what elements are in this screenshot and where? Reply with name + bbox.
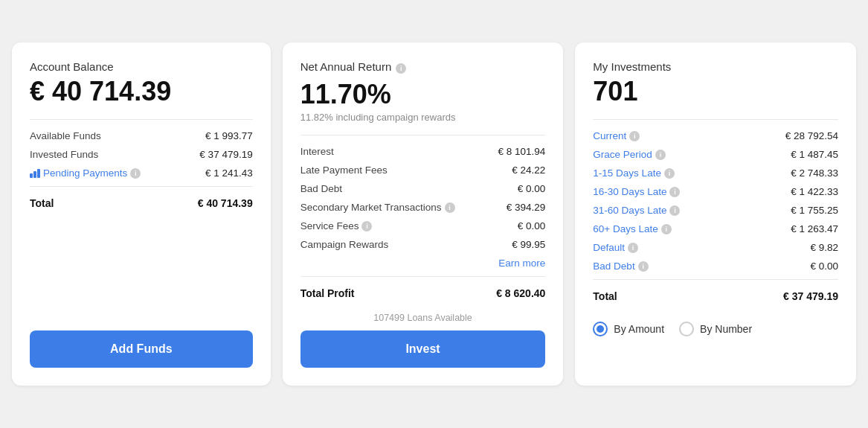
grace-period-row: Grace Period i € 1 487.45 (593, 149, 838, 160)
total-profit-divider (300, 276, 546, 277)
days-late-60-plus-row: 60+ Days Late i € 1 263.47 (593, 223, 838, 234)
campaign-rewards-value: € 99.95 (512, 239, 545, 250)
interest-label: Interest (300, 146, 334, 157)
investments-count: 701 (593, 76, 838, 107)
pending-payments-label[interactable]: Pending Payments i (30, 167, 141, 179)
invested-funds-row: Invested Funds € 37 479.19 (30, 149, 253, 160)
by-amount-radio[interactable] (593, 322, 608, 336)
add-funds-button[interactable]: Add Funds (30, 330, 253, 368)
days-late-60-plus-value: € 1 263.47 (791, 223, 838, 234)
investments-total-row: Total € 37 479.19 (593, 290, 838, 302)
nar-subtitle: 11.82% including campaign rewards (300, 112, 546, 123)
service-fees-label: Service Fees i (300, 220, 373, 231)
investments-total-divider (593, 279, 838, 280)
days-late-1-15-info-icon[interactable]: i (664, 168, 675, 179)
days-late-16-30-label: 16-30 Days Late i (593, 186, 680, 197)
days-late-31-60-value: € 1 755.25 (791, 205, 838, 216)
total-divider (30, 186, 253, 187)
bad-debt-value: € 0.00 (518, 183, 546, 194)
view-toggle-group: By Amount By Number (593, 322, 838, 336)
earn-more-link[interactable]: Earn more (498, 258, 545, 269)
service-fees-row: Service Fees i € 0.00 (300, 220, 546, 231)
nar-divider (300, 135, 546, 135)
grace-period-label: Grace Period i (593, 149, 666, 160)
pending-info-icon[interactable]: i (130, 168, 141, 179)
days-late-1-15-value: € 2 748.33 (791, 167, 838, 179)
days-late-31-60-row: 31-60 Days Late i € 1 755.25 (593, 205, 838, 216)
late-payment-value: € 24.22 (512, 165, 545, 176)
interest-value: € 8 101.94 (498, 146, 546, 157)
loans-available-text: 107499 Loans Available (300, 313, 546, 323)
inv-bad-debt-value: € 0.00 (810, 261, 838, 272)
invested-funds-value: € 37 479.19 (199, 149, 252, 160)
inv-bad-debt-label: Bad Debt i (593, 261, 648, 272)
by-number-radio[interactable] (679, 322, 694, 336)
investments-title: My Investments (593, 60, 838, 73)
secondary-market-value: € 394.29 (507, 202, 546, 213)
account-divider (30, 119, 253, 120)
secondary-market-row: Secondary Market Transactions i € 394.29 (300, 202, 546, 213)
secondary-market-info-icon[interactable]: i (445, 202, 455, 213)
inv-bad-debt-row: Bad Debt i € 0.00 (593, 261, 838, 272)
account-big-value: € 40 714.39 (30, 76, 253, 107)
late-payment-label: Late Payment Fees (300, 165, 388, 176)
days-late-1-15-label: 1-15 Days Late i (593, 167, 675, 179)
pending-payments-value: € 1 241.43 (205, 167, 253, 179)
grace-period-value: € 1 487.45 (791, 149, 838, 160)
default-row: Default i € 9.82 (593, 242, 838, 253)
nar-info-icon[interactable]: i (396, 63, 406, 74)
interest-row: Interest € 8 101.94 (300, 146, 546, 157)
grace-period-info-icon[interactable]: i (655, 150, 666, 160)
by-number-label: By Number (700, 323, 752, 335)
days-late-16-30-info-icon[interactable]: i (669, 187, 680, 197)
days-late-16-30-value: € 1 422.33 (791, 186, 838, 197)
my-investments-card: My Investments 701 Current i € 28 792.54… (575, 42, 856, 386)
days-late-16-30-row: 16-30 Days Late i € 1 422.33 (593, 186, 838, 197)
secondary-market-label: Secondary Market Transactions i (300, 202, 455, 213)
current-label: Current i (593, 130, 640, 141)
total-profit-row: Total Profit € 8 620.40 (300, 287, 546, 299)
bad-debt-row: Bad Debt € 0.00 (300, 183, 546, 194)
bad-debt-label: Bad Debt (300, 183, 342, 194)
by-amount-option[interactable]: By Amount (593, 322, 664, 336)
days-late-60-plus-label: 60+ Days Late i (593, 223, 671, 234)
earn-more-row: Earn more (300, 258, 546, 269)
investments-divider (593, 119, 838, 120)
service-fees-info-icon[interactable]: i (361, 221, 372, 231)
pending-payments-row: Pending Payments i € 1 241.43 (30, 167, 253, 179)
default-label: Default i (593, 242, 638, 253)
available-funds-value: € 1 993.77 (205, 130, 253, 141)
account-total-value: € 40 714.39 (198, 197, 253, 209)
default-value: € 9.82 (810, 242, 838, 253)
nar-title-row: Net Annual Return i (300, 60, 546, 76)
account-total-label: Total (30, 197, 54, 209)
investments-total-label: Total (593, 290, 617, 302)
inv-bad-debt-info-icon[interactable]: i (638, 261, 649, 272)
days-late-60-plus-info-icon[interactable]: i (661, 224, 672, 234)
account-total-row: Total € 40 714.39 (30, 197, 253, 209)
default-info-icon[interactable]: i (628, 243, 638, 253)
total-profit-label: Total Profit (300, 287, 355, 299)
nar-value: 11.70% (300, 79, 546, 110)
late-payment-row: Late Payment Fees € 24.22 (300, 165, 546, 176)
available-funds-row: Available Funds € 1 993.77 (30, 130, 253, 141)
total-profit-value: € 8 620.40 (496, 287, 545, 299)
invested-funds-label: Invested Funds (30, 149, 98, 160)
available-funds-label: Available Funds (30, 130, 101, 141)
days-late-31-60-label: 31-60 Days Late i (593, 205, 680, 216)
campaign-rewards-row: Campaign Rewards € 99.95 (300, 239, 546, 250)
account-title: Account Balance (30, 60, 253, 73)
bar-chart-icon (30, 169, 40, 178)
dashboard: Account Balance € 40 714.39 Available Fu… (12, 42, 856, 386)
invest-button[interactable]: Invest (300, 330, 546, 368)
campaign-rewards-label: Campaign Rewards (300, 239, 389, 250)
current-info-icon[interactable]: i (629, 131, 640, 141)
days-late-1-15-row: 1-15 Days Late i € 2 748.33 (593, 167, 838, 179)
net-annual-return-card: Net Annual Return i 11.70% 11.82% includ… (283, 42, 564, 386)
current-value: € 28 792.54 (785, 130, 838, 141)
service-fees-value: € 0.00 (518, 220, 546, 231)
days-late-31-60-info-icon[interactable]: i (669, 205, 680, 216)
by-number-option[interactable]: By Number (679, 322, 752, 336)
investments-total-value: € 37 479.19 (783, 290, 838, 302)
nar-title: Net Annual Return (300, 60, 392, 73)
